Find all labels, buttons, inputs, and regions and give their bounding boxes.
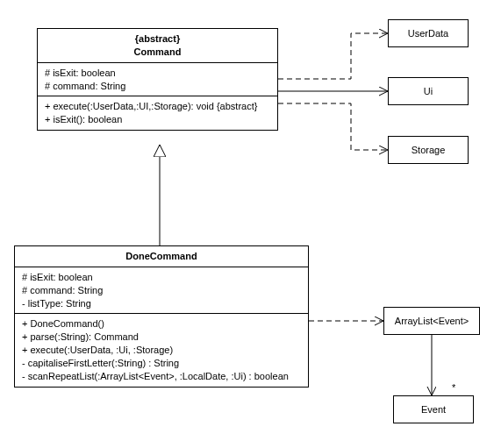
donecommand-op: + parse(:String): Command	[22, 331, 301, 344]
userdata-name: UserData	[408, 28, 448, 39]
class-userdata: UserData	[388, 19, 469, 47]
class-storage: Storage	[388, 136, 469, 164]
donecommand-header: DoneCommand	[15, 246, 308, 267]
class-command: {abstract} Command # isExit: boolean # c…	[37, 28, 278, 131]
class-arraylist: ArrayList<Event>	[383, 307, 480, 335]
command-op: + isExit(): boolean	[45, 113, 270, 126]
class-donecommand: DoneCommand # isExit: boolean # command:…	[14, 245, 309, 388]
ui-name: Ui	[424, 86, 433, 96]
arraylist-name: ArrayList<Event>	[395, 316, 469, 326]
command-attrs: # isExit: boolean # command: String	[38, 63, 277, 97]
storage-name: Storage	[412, 145, 446, 155]
command-attr: # command: String	[45, 80, 270, 93]
class-command-header: {abstract} Command	[38, 29, 277, 63]
event-name: Event	[421, 404, 446, 415]
event-multiplicity: *	[452, 382, 455, 393]
donecommand-op: - scanRepeatList(:ArrayList<Event>, :Loc…	[22, 370, 301, 383]
donecommand-attr: # command: String	[22, 284, 301, 297]
command-attr: # isExit: boolean	[45, 67, 270, 80]
donecommand-ops: + DoneCommand() + parse(:String): Comman…	[15, 314, 308, 386]
donecommand-attr: - listType: String	[22, 297, 301, 310]
command-op: + execute(:UserData,:UI,:Storage): void …	[45, 100, 270, 113]
command-name: Command	[45, 46, 270, 59]
command-ops: + execute(:UserData,:UI,:Storage): void …	[38, 96, 277, 130]
donecommand-op: + DoneCommand()	[22, 317, 301, 331]
donecommand-op: - capitaliseFirstLetter(:String) : Strin…	[22, 357, 301, 370]
class-event: Event	[393, 395, 474, 423]
donecommand-attr: # isExit: boolean	[22, 271, 301, 284]
class-ui: Ui	[388, 77, 469, 105]
dep-command-storage	[278, 103, 388, 150]
donecommand-name: DoneCommand	[22, 250, 301, 263]
command-stereotype: {abstract}	[45, 32, 270, 46]
dep-command-userdata	[278, 33, 388, 79]
donecommand-op: + execute(:UserData, :Ui, :Storage)	[22, 344, 301, 357]
donecommand-attrs: # isExit: boolean # command: String - li…	[15, 267, 308, 315]
